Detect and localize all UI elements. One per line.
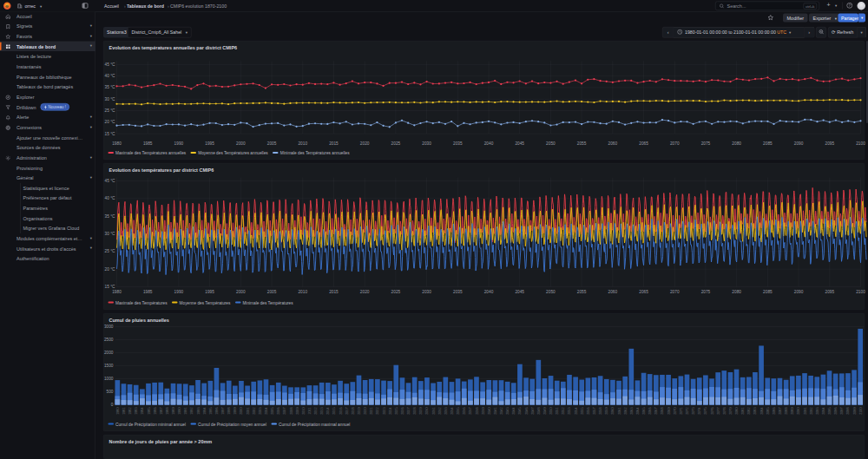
svg-text:1998: 1998 bbox=[227, 408, 231, 415]
svg-text:2020: 2020 bbox=[360, 290, 370, 294]
svg-text:2061: 2061 bbox=[618, 408, 621, 415]
svg-text:1992: 1992 bbox=[190, 408, 194, 415]
svg-text:2038: 2038 bbox=[476, 408, 479, 415]
svg-text:1984: 1984 bbox=[141, 408, 144, 415]
svg-text:2047: 2047 bbox=[531, 408, 535, 415]
svg-text:1985: 1985 bbox=[143, 290, 153, 294]
svg-text:1983: 1983 bbox=[135, 408, 138, 415]
svg-text:40 °C: 40 °C bbox=[105, 74, 116, 78]
svg-text:2085: 2085 bbox=[763, 141, 773, 146]
svg-text:2094: 2094 bbox=[822, 408, 825, 415]
svg-text:2025: 2025 bbox=[395, 408, 398, 415]
svg-text:2050: 2050 bbox=[546, 290, 556, 294]
svg-text:2073: 2073 bbox=[692, 408, 695, 415]
svg-text:2055: 2055 bbox=[581, 408, 584, 415]
svg-text:40 °C: 40 °C bbox=[105, 196, 116, 200]
svg-text:2024: 2024 bbox=[389, 408, 392, 415]
svg-text:2096: 2096 bbox=[834, 408, 838, 415]
svg-text:2010: 2010 bbox=[298, 290, 307, 294]
svg-text:1985: 1985 bbox=[148, 408, 151, 415]
svg-text:1995: 1995 bbox=[209, 408, 213, 415]
svg-text:2025: 2025 bbox=[391, 290, 401, 294]
svg-text:2040: 2040 bbox=[484, 141, 494, 146]
svg-text:2086: 2086 bbox=[773, 408, 776, 415]
svg-text:2070: 2070 bbox=[670, 141, 680, 146]
svg-text:2055: 2055 bbox=[577, 290, 587, 294]
svg-text:2100: 2100 bbox=[856, 290, 865, 294]
svg-text:1995: 1995 bbox=[205, 141, 214, 146]
svg-text:1990: 1990 bbox=[178, 408, 181, 415]
svg-text:2026: 2026 bbox=[401, 408, 404, 415]
svg-text:1986: 1986 bbox=[154, 408, 157, 415]
svg-text:2063: 2063 bbox=[630, 408, 634, 415]
svg-text:1993: 1993 bbox=[197, 408, 201, 415]
svg-text:2031: 2031 bbox=[432, 408, 436, 415]
svg-text:2080: 2080 bbox=[732, 290, 741, 294]
svg-text:2068: 2068 bbox=[661, 408, 664, 415]
svg-text:2025: 2025 bbox=[391, 141, 401, 146]
svg-text:2022: 2022 bbox=[376, 408, 379, 415]
svg-text:2088: 2088 bbox=[785, 408, 788, 415]
svg-text:2083: 2083 bbox=[753, 408, 757, 415]
svg-text:25 °C: 25 °C bbox=[105, 249, 116, 253]
svg-text:2000: 2000 bbox=[240, 408, 243, 415]
svg-text:2064: 2064 bbox=[636, 408, 640, 415]
svg-text:2099: 2099 bbox=[853, 408, 857, 415]
svg-text:2065: 2065 bbox=[639, 290, 648, 294]
svg-text:2062: 2062 bbox=[624, 408, 628, 415]
svg-text:2019: 2019 bbox=[358, 408, 361, 415]
svg-text:2050: 2050 bbox=[546, 141, 556, 146]
svg-text:20 °C: 20 °C bbox=[105, 120, 116, 124]
svg-text:2040: 2040 bbox=[488, 408, 491, 415]
svg-text:2021: 2021 bbox=[370, 408, 373, 415]
svg-text:45 °C: 45 °C bbox=[105, 179, 116, 183]
svg-text:1994: 1994 bbox=[203, 408, 207, 415]
svg-text:2091: 2091 bbox=[804, 408, 807, 415]
svg-text:2010: 2010 bbox=[302, 408, 306, 415]
svg-text:2060: 2060 bbox=[608, 141, 618, 146]
svg-text:2017: 2017 bbox=[345, 408, 349, 415]
svg-text:1991: 1991 bbox=[184, 408, 187, 415]
svg-text:2087: 2087 bbox=[779, 408, 782, 415]
svg-text:2080: 2080 bbox=[732, 141, 741, 146]
svg-text:2090: 2090 bbox=[797, 408, 800, 415]
svg-text:2067: 2067 bbox=[654, 408, 658, 415]
svg-text:2000: 2000 bbox=[104, 351, 114, 355]
svg-text:2060: 2060 bbox=[611, 408, 615, 415]
svg-text:35 °C: 35 °C bbox=[105, 214, 116, 219]
svg-text:1997: 1997 bbox=[221, 408, 225, 415]
svg-text:2045: 2045 bbox=[518, 408, 522, 415]
svg-text:2055: 2055 bbox=[577, 141, 587, 146]
svg-text:45 °C: 45 °C bbox=[105, 62, 116, 67]
svg-text:2052: 2052 bbox=[562, 408, 565, 415]
svg-text:2054: 2054 bbox=[575, 408, 578, 415]
svg-text:2008: 2008 bbox=[290, 408, 293, 415]
svg-text:2003: 2003 bbox=[259, 408, 262, 415]
svg-text:2004: 2004 bbox=[265, 408, 268, 415]
svg-text:2005: 2005 bbox=[267, 141, 277, 146]
svg-text:2075: 2075 bbox=[704, 408, 707, 415]
svg-text:2015: 2015 bbox=[332, 408, 336, 415]
svg-text:2015: 2015 bbox=[329, 141, 339, 146]
svg-text:2027: 2027 bbox=[407, 408, 411, 415]
svg-text:15 °C: 15 °C bbox=[105, 132, 116, 136]
svg-text:2500: 2500 bbox=[104, 338, 114, 342]
svg-text:2090: 2090 bbox=[794, 141, 804, 146]
svg-text:2035: 2035 bbox=[453, 290, 463, 294]
svg-text:3000: 3000 bbox=[104, 325, 114, 329]
svg-text:2100: 2100 bbox=[859, 408, 863, 415]
svg-text:1999: 1999 bbox=[233, 408, 237, 415]
svg-text:2000: 2000 bbox=[236, 141, 246, 146]
svg-text:2009: 2009 bbox=[296, 408, 299, 415]
svg-text:1989: 1989 bbox=[172, 408, 175, 415]
svg-text:2048: 2048 bbox=[537, 408, 541, 415]
svg-text:2044: 2044 bbox=[512, 408, 516, 415]
svg-text:2074: 2074 bbox=[698, 408, 701, 415]
svg-text:30 °C: 30 °C bbox=[105, 97, 116, 102]
svg-text:1980: 1980 bbox=[112, 141, 122, 146]
svg-text:2007: 2007 bbox=[283, 408, 286, 415]
svg-text:2066: 2066 bbox=[648, 408, 652, 415]
svg-text:2084: 2084 bbox=[760, 408, 764, 415]
svg-text:1000: 1000 bbox=[104, 377, 114, 381]
svg-text:2016: 2016 bbox=[339, 408, 343, 415]
